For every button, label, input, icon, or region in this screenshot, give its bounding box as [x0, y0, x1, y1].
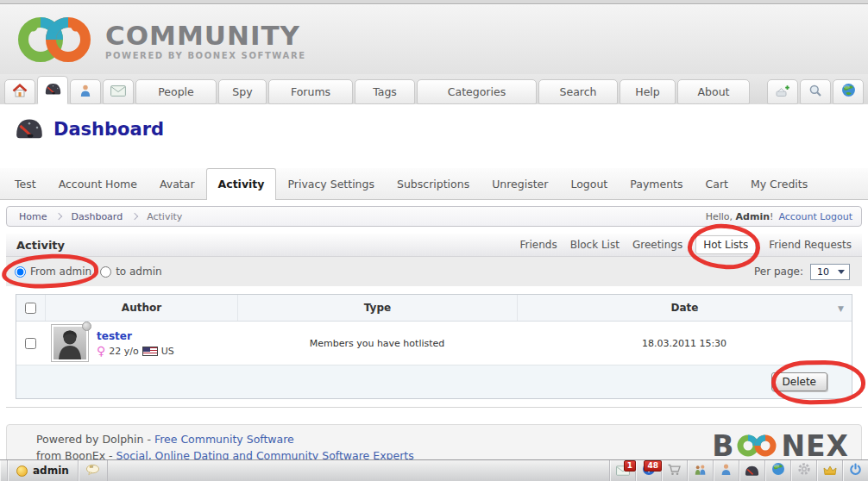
taskbar-globe-button[interactable]	[764, 460, 790, 481]
nav-tab-people[interactable]: People	[135, 79, 217, 104]
date-cell: 18.03.2011 15:30	[517, 322, 852, 365]
per-page-value: 10	[817, 266, 829, 278]
taskbar-profile-button[interactable]	[713, 460, 739, 481]
column-type[interactable]: Type	[237, 295, 517, 321]
page-content: Dashboard Test Account Home Avatar Activ…	[0, 104, 868, 459]
tab-account-home[interactable]: Account Home	[47, 168, 148, 199]
breadcrumb-dashboard[interactable]: Dashboard	[71, 211, 123, 222]
tab-payments[interactable]: Payments	[619, 168, 694, 199]
from-admin-radio[interactable]	[15, 266, 26, 278]
footer-dolphin-link[interactable]: Free Community Software	[154, 433, 294, 446]
nav-tab-tags[interactable]: Tags	[355, 79, 415, 104]
taskbar-username: admin	[33, 465, 69, 477]
nav-add-member-tab[interactable]	[767, 79, 798, 104]
select-all-checkbox[interactable]	[25, 303, 36, 314]
site-logo[interactable]: COMMUNITY POWERED BY BOONEX SOFTWARE	[12, 12, 306, 69]
filter-to-admin[interactable]: to admin	[100, 265, 161, 278]
tab-avatar[interactable]: Avatar	[148, 168, 206, 199]
power-icon	[849, 463, 862, 479]
taskbar-chat-button[interactable]: “	[79, 460, 108, 481]
tab-logout[interactable]: Logout	[559, 168, 619, 199]
nav-home-tab[interactable]	[4, 79, 35, 104]
breadcrumb: Home Dashboard Activity Hello, Admin!Acc…	[6, 206, 862, 227]
cart-icon	[667, 463, 682, 479]
nav-language-tab[interactable]	[833, 79, 864, 104]
boonex-logo-nex: NEX	[781, 429, 849, 463]
nav-tab-spy[interactable]: Spy	[218, 79, 267, 104]
avatar[interactable]	[51, 324, 89, 362]
member-icon	[720, 463, 733, 479]
page-title: Dashboard	[53, 119, 164, 140]
from-admin-label[interactable]: From admin	[30, 265, 91, 278]
breadcrumb-activity: Activity	[147, 211, 182, 222]
tab-privacy-settings[interactable]: Privacy Settings	[276, 168, 386, 199]
taskbar-members-button[interactable]	[687, 460, 713, 481]
to-admin-radio[interactable]	[100, 266, 111, 278]
mail-count-badge: 1	[624, 460, 636, 472]
link-greetings[interactable]: Greetings	[632, 239, 682, 251]
account-logout-link[interactable]: Account Logout	[778, 211, 852, 222]
row-checkbox[interactable]	[25, 338, 36, 349]
author-cell: tester ♀ 22 y/o US	[45, 322, 237, 365]
taskbar-settings-button[interactable]	[790, 460, 816, 481]
nav-dashboard-tab[interactable]	[37, 76, 68, 104]
column-date-label: Date	[671, 302, 699, 314]
taskbar-cart-button[interactable]	[661, 460, 687, 481]
table-header-row: Author Type Date ▼	[16, 295, 852, 322]
filter-from-admin[interactable]: From admin	[15, 265, 91, 278]
per-page-label: Per page:	[754, 265, 803, 278]
select-all-cell	[16, 295, 45, 321]
member-icon	[79, 84, 92, 101]
nav-profile-tab[interactable]	[70, 79, 101, 104]
taskbar-alerts-button[interactable]: 48	[635, 460, 661, 481]
crown-icon	[823, 463, 837, 479]
nav-tab-about[interactable]: About	[677, 79, 750, 104]
site-header: COMMUNITY POWERED BY BOONEX SOFTWARE	[0, 5, 868, 74]
taskbar-mail-button[interactable]: 1	[609, 460, 635, 481]
taskbar-edge	[0, 460, 8, 481]
to-admin-label[interactable]: to admin	[116, 265, 161, 278]
delete-button[interactable]: Delete	[771, 372, 827, 391]
per-page-control: Per page: 10	[754, 264, 850, 280]
author-country: US	[161, 346, 174, 357]
tab-my-credits[interactable]: My Credits	[739, 168, 819, 199]
per-page-select[interactable]: 10	[810, 264, 850, 280]
author-name-link[interactable]: tester	[97, 330, 174, 342]
members-pair-icon	[693, 463, 708, 479]
tab-unregister[interactable]: Unregister	[481, 168, 559, 199]
footer-divider	[6, 407, 862, 408]
link-friends[interactable]: Friends	[520, 239, 557, 251]
account-tabs: Test Account Home Avatar Activity Privac…	[0, 168, 868, 200]
tab-activity[interactable]: Activity	[206, 168, 277, 200]
tab-subscriptions[interactable]: Subscriptions	[386, 168, 481, 199]
link-hot-lists[interactable]: Hot Lists	[695, 235, 756, 254]
taskbar-dashboard-button[interactable]	[739, 460, 764, 481]
nav-mail-tab[interactable]	[103, 79, 134, 104]
tab-test[interactable]: Test	[3, 168, 47, 199]
gear-icon	[797, 462, 811, 479]
taskbar-user[interactable]: admin	[8, 460, 79, 481]
activity-table: Author Type Date ▼	[16, 294, 852, 399]
member-taskbar: admin “ 1	[0, 459, 868, 481]
link-block-list[interactable]: Block List	[570, 239, 620, 251]
link-friend-requests[interactable]: Friend Requests	[769, 239, 852, 251]
logo-text: COMMUNITY POWERED BY BOONEX SOFTWARE	[105, 22, 306, 60]
nav-tab-search[interactable]: Search	[538, 79, 618, 104]
status-dot-icon	[82, 322, 91, 331]
tab-cart[interactable]: Cart	[695, 168, 739, 199]
type-cell: Members you have hotlisted	[237, 322, 517, 365]
chevron-right-icon	[55, 213, 62, 220]
app-window: COMMUNITY POWERED BY BOONEX SOFTWARE	[0, 0, 868, 481]
nav-tab-forums[interactable]: Forums	[268, 79, 353, 104]
taskbar-admin-button[interactable]	[816, 460, 842, 481]
column-date[interactable]: Date ▼	[517, 295, 852, 321]
sort-desc-icon[interactable]: ▼	[838, 304, 844, 313]
nav-search-tab[interactable]	[800, 79, 831, 104]
column-author[interactable]: Author	[45, 295, 237, 321]
breadcrumb-home[interactable]: Home	[19, 211, 47, 222]
nav-tab-help[interactable]: Help	[620, 79, 676, 104]
author-info: tester ♀ 22 y/o US	[97, 330, 174, 357]
table-row: tester ♀ 22 y/o US Members you have hotl…	[16, 322, 852, 365]
nav-tab-categories[interactable]: Categories	[417, 79, 537, 104]
taskbar-logout-button[interactable]	[842, 460, 868, 481]
